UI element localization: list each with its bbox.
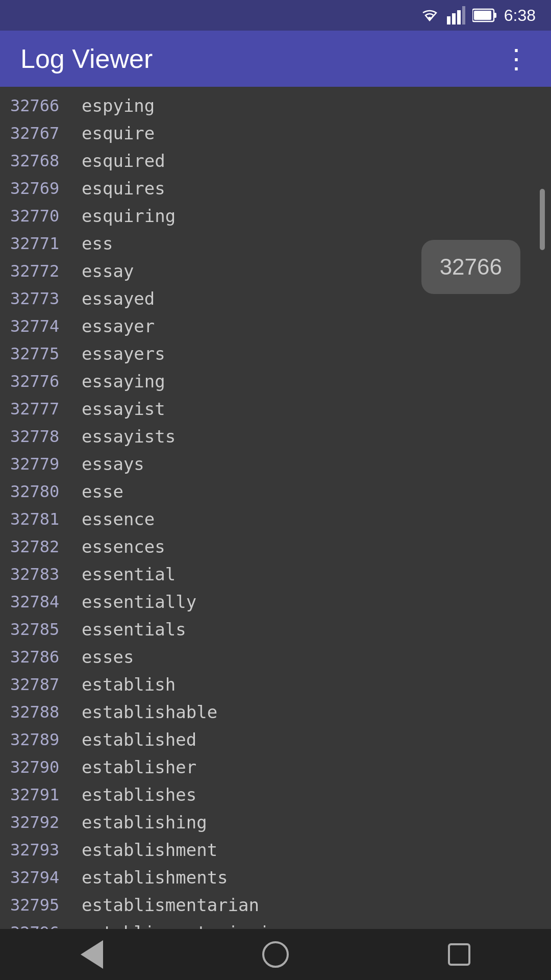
log-content: 32766espying32767esquire32768esquired327…: [0, 87, 551, 929]
log-row: 32770esquiring: [0, 202, 551, 230]
log-word: essayists: [82, 426, 176, 447]
log-row: 32785essentials: [0, 616, 551, 643]
log-number: 32779: [10, 454, 82, 474]
svg-rect-1: [452, 13, 456, 24]
log-number: 32776: [10, 372, 82, 391]
log-row: 32790establisher: [0, 753, 551, 781]
log-word: ess: [82, 233, 113, 254]
log-number: 32775: [10, 344, 82, 363]
log-number: 32782: [10, 537, 82, 556]
log-word: esquire: [82, 123, 155, 143]
log-row: 32782essences: [0, 533, 551, 560]
log-word: established: [82, 729, 196, 750]
svg-rect-6: [474, 11, 491, 20]
log-word: establishment: [82, 840, 217, 860]
log-row: 32775essayers: [0, 340, 551, 368]
nav-recent-button[interactable]: [434, 937, 485, 972]
log-list[interactable]: 32766espying32767esquire32768esquired327…: [0, 87, 551, 929]
log-row: 32792establishing: [0, 808, 551, 836]
log-row: 32769esquires: [0, 175, 551, 202]
log-row: 32789established: [0, 726, 551, 753]
scroll-indicator: 32766: [421, 240, 520, 294]
app-bar: Log Viewer ⋮: [0, 31, 551, 87]
svg-rect-2: [457, 10, 461, 24]
log-number: 32787: [10, 675, 82, 694]
log-number: 32792: [10, 813, 82, 832]
status-time: 6:38: [504, 6, 536, 25]
log-word: essaying: [82, 371, 165, 391]
log-word: esses: [82, 647, 134, 667]
log-word: essayers: [82, 344, 165, 364]
log-word: establisher: [82, 757, 196, 777]
log-row: 32780esse: [0, 478, 551, 505]
log-word: establishing: [82, 812, 207, 832]
log-number: 32774: [10, 316, 82, 336]
log-number: 32790: [10, 757, 82, 777]
log-word: establishments: [82, 867, 228, 888]
log-number: 32767: [10, 124, 82, 143]
log-number: 32789: [10, 730, 82, 749]
scrollbar-thumb[interactable]: [540, 189, 545, 250]
log-row: 32778essayists: [0, 423, 551, 450]
log-word: essential: [82, 564, 176, 584]
log-word: essay: [82, 261, 134, 281]
svg-rect-5: [494, 13, 496, 18]
log-word: essayist: [82, 399, 165, 419]
log-row: 32791establishes: [0, 781, 551, 808]
log-row: 32774essayer: [0, 312, 551, 340]
log-number: 32785: [10, 620, 82, 639]
log-word: esse: [82, 481, 123, 502]
svg-rect-0: [447, 16, 450, 24]
log-number: 32781: [10, 509, 82, 529]
nav-bar: [0, 929, 551, 980]
log-number: 32769: [10, 179, 82, 198]
scrollbar-track: [539, 87, 545, 929]
log-word: essentially: [82, 592, 196, 612]
log-number: 32793: [10, 840, 82, 860]
log-number: 32784: [10, 592, 82, 611]
battery-icon: [472, 8, 497, 22]
log-word: establismentarian: [82, 895, 259, 915]
log-number: 32773: [10, 289, 82, 308]
log-row: 32777essayist: [0, 395, 551, 423]
log-row: 32786esses: [0, 643, 551, 671]
log-word: esquires: [82, 178, 165, 199]
log-row: 32768esquired: [0, 147, 551, 175]
nav-home-button[interactable]: [250, 937, 301, 972]
log-number: 32771: [10, 234, 82, 253]
log-word: essentials: [82, 619, 186, 640]
svg-rect-3: [462, 6, 465, 24]
log-row: 32776essaying: [0, 368, 551, 395]
log-number: 32780: [10, 482, 82, 501]
log-row: 32781essence: [0, 505, 551, 533]
log-number: 32795: [10, 895, 82, 915]
log-number: 32783: [10, 565, 82, 584]
log-row: 32787establish: [0, 671, 551, 698]
log-number: 32777: [10, 399, 82, 419]
log-word: essays: [82, 454, 144, 474]
log-row: 32767esquire: [0, 119, 551, 147]
log-number: 32768: [10, 151, 82, 170]
log-word: establish: [82, 674, 176, 695]
wifi-icon: [419, 7, 440, 23]
log-number: 32770: [10, 206, 82, 226]
log-word: establishes: [82, 785, 196, 805]
status-icons: 6:38: [419, 6, 536, 25]
log-row: 32795establismentarian: [0, 891, 551, 919]
log-word: essence: [82, 509, 155, 529]
log-word: establishable: [82, 702, 217, 722]
signal-icon: [447, 6, 465, 24]
menu-button[interactable]: ⋮: [503, 43, 531, 74]
nav-back-button[interactable]: [66, 937, 117, 972]
log-row: 32766espying: [0, 92, 551, 119]
log-row: 32783essential: [0, 560, 551, 588]
log-number: 32796: [10, 923, 82, 929]
log-word: esquiring: [82, 206, 176, 226]
log-word: establismentarianism: [82, 922, 290, 929]
log-row: 32796establismentarianism: [0, 919, 551, 929]
log-word: essayed: [82, 288, 155, 309]
log-word: essayer: [82, 316, 155, 336]
status-bar: 6:38: [0, 0, 551, 31]
log-number: 32786: [10, 647, 82, 667]
log-number: 32788: [10, 702, 82, 722]
